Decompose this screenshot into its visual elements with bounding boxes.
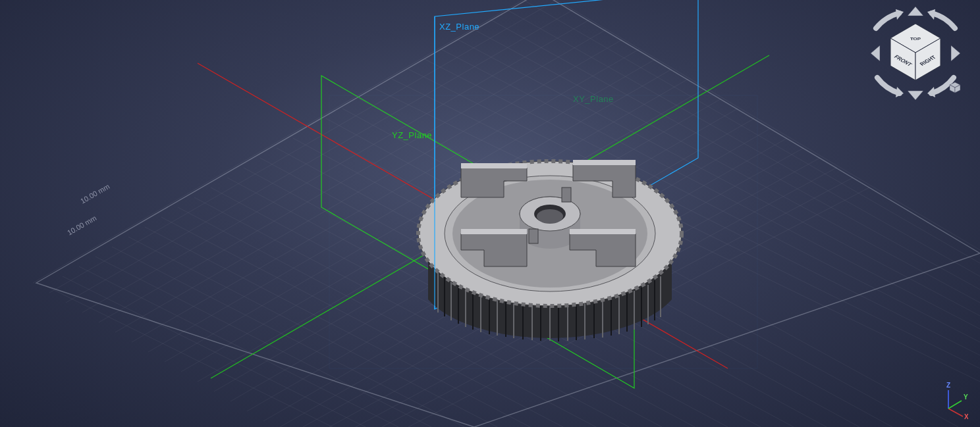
grid-dimension-label: 10.00 mm <box>66 214 97 237</box>
svg-rect-94 <box>461 163 527 168</box>
svg-line-108 <box>948 409 963 416</box>
yz-plane-label: YZ_Plane <box>392 130 432 140</box>
svg-marker-100 <box>896 9 904 20</box>
navcube-cube[interactable]: TOP FRONT RIGHT <box>890 24 940 80</box>
svg-line-47 <box>112 247 464 427</box>
axis-z-label: Z <box>946 382 950 389</box>
navcube-right-arrow[interactable] <box>951 45 960 61</box>
svg-rect-99 <box>562 188 571 202</box>
navcube-left-arrow[interactable] <box>871 45 880 61</box>
svg-line-109 <box>948 401 962 409</box>
grid-dimension-label: 10.00 mm <box>79 182 111 205</box>
svg-marker-101 <box>927 9 935 20</box>
svg-rect-98 <box>529 229 538 243</box>
svg-rect-96 <box>570 229 636 234</box>
svg-line-51 <box>46 286 333 427</box>
navcube-down-arrow[interactable] <box>908 91 923 100</box>
navcube-up-arrow[interactable] <box>908 7 923 16</box>
svg-point-89 <box>537 209 563 224</box>
axis-y-label: Y <box>964 393 968 401</box>
xz-plane-label: XZ_Plane <box>439 22 479 32</box>
axis-triad: Z Y X <box>929 381 968 420</box>
svg-line-49 <box>79 266 398 427</box>
cad-viewport[interactable]: 10.00 mm 10.00 mm XZ_Plane YZ_Plane XY_P… <box>0 0 980 427</box>
xy-plane-label: XY_Plane <box>573 94 614 104</box>
gear-model[interactable] <box>418 160 682 341</box>
svg-rect-97 <box>461 229 527 234</box>
svg-rect-95 <box>573 160 636 165</box>
navcube-top-label: TOP <box>910 38 921 41</box>
navigation-cube[interactable]: TOP FRONT RIGHT <box>863 5 968 104</box>
axis-x-label: X <box>964 413 968 420</box>
svg-line-48 <box>95 257 431 427</box>
